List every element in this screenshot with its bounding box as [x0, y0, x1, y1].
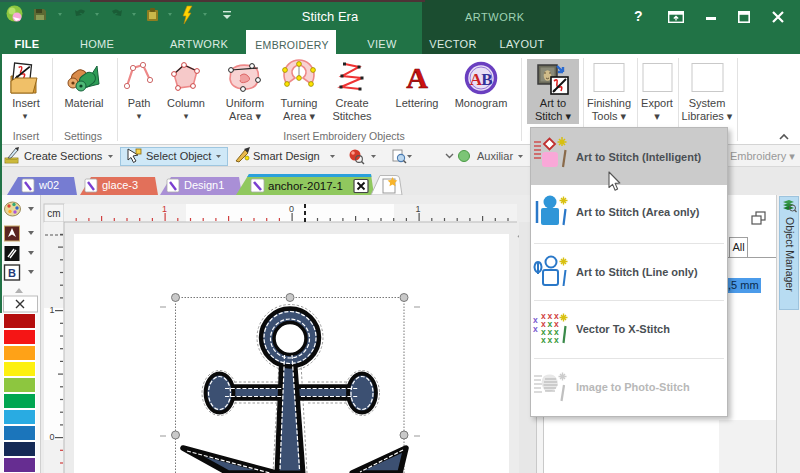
- svg-text:x: x: [554, 335, 559, 345]
- svg-text:x: x: [533, 324, 538, 334]
- svg-text:x: x: [541, 335, 546, 345]
- svg-text:x: x: [548, 335, 553, 345]
